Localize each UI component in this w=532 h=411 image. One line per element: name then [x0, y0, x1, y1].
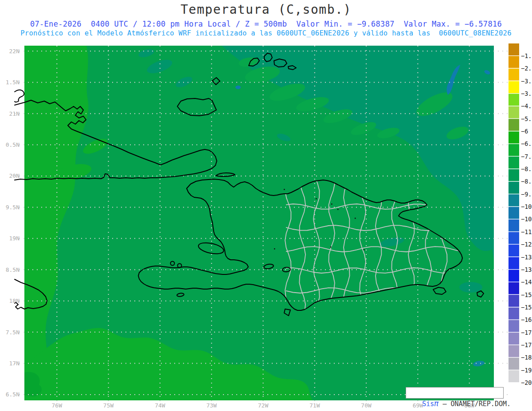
colorbar-label: −6.7	[521, 140, 532, 147]
colorbar-label: −12.3	[521, 241, 532, 248]
colorbar-cell	[509, 219, 519, 231]
colorbar-label: −9.5	[521, 191, 532, 198]
colorbar-cell	[509, 320, 519, 332]
colorbar-cell	[509, 169, 519, 181]
branding-organization: – ONAMET/REP.DOM.	[438, 400, 511, 408]
colorbar-label: −3.9	[521, 90, 532, 97]
colorbar-cell	[509, 345, 519, 357]
colorbar-cell	[509, 106, 519, 118]
colorbar-cell	[509, 182, 519, 194]
lat-tick-label: 7.5N	[6, 329, 20, 336]
colorbar-cell	[509, 144, 519, 156]
lat-tick-label: 22N	[9, 48, 20, 55]
branding-box: Sisπ – ONAMET/REP.DOM.	[406, 387, 504, 399]
colorbar-label: −11.6	[521, 228, 532, 235]
map-plot: 22N1.5N21N0.5N20N9.5N19N8.5N18N7.5N17N6.…	[0, 0, 532, 411]
lon-tick-label: 76W	[52, 402, 63, 409]
cuba-north-cay	[15, 90, 24, 102]
colorbar-label: −6	[521, 128, 528, 135]
colorbar-label: −2.5	[521, 65, 532, 72]
colorbar-cell	[509, 333, 519, 344]
lat-tick-label: 19N	[9, 235, 20, 242]
lon-tick-label: 73W	[206, 402, 217, 409]
colorbar-cell	[509, 232, 519, 244]
colorbar-label: −17.9	[521, 341, 532, 348]
colorbar-label: −13	[521, 254, 532, 261]
colorbar-label: −14.4	[521, 278, 532, 286]
colorbar-cell	[509, 56, 519, 68]
lat-tick-label: 8.5N	[6, 266, 20, 273]
colorbar-label: −8.1	[521, 165, 532, 172]
colorbar-cell	[509, 270, 519, 282]
colorbar-label: −15.1	[521, 291, 532, 298]
lon-tick-label: 75W	[103, 402, 114, 409]
colorbar-label: −3.2	[521, 78, 532, 85]
weather-map-figure: Temperatura (C,somb.) 07-Ene-2026 0400 U…	[0, 0, 532, 411]
colorbar-cell	[509, 370, 519, 382]
colorbar-cell	[509, 295, 519, 307]
branding-sispi: Sisπ	[422, 400, 438, 408]
colorbar-cell	[509, 307, 519, 319]
colorbar-label: −10.9	[521, 215, 532, 223]
lat-tick-label: 1.5N	[6, 79, 20, 86]
lon-tick-label: 72W	[258, 402, 269, 409]
lon-tick-label: 70W	[361, 402, 372, 409]
cold-blue-patch	[235, 86, 241, 89]
colorbar-label: −13.7	[521, 266, 532, 273]
lat-tick-label: 9.5N	[6, 204, 20, 211]
colorbar-cell	[509, 119, 519, 131]
lat-tick-label: 17N	[9, 360, 20, 367]
colorbar-label: −1.8	[521, 52, 532, 59]
temperature-shading	[24, 46, 494, 400]
colorbar-label: −8.8	[521, 178, 532, 185]
colorbar-cell	[509, 257, 519, 269]
colorbar-label: −18.6	[521, 354, 532, 361]
colorbar-label: −17.2	[521, 329, 532, 336]
colorbar-cell	[509, 207, 519, 219]
colorbar-label: −10.2	[521, 203, 532, 210]
lat-tick-label: 21N	[9, 110, 20, 117]
colorbar-cell	[509, 245, 519, 257]
lat-tick-label: 0.5N	[6, 141, 20, 148]
colorbar-cell	[509, 81, 519, 93]
colorbar-cell	[509, 383, 519, 395]
colorbar-label: −16.5	[521, 316, 532, 323]
lat-tick-label: 18N	[9, 297, 20, 304]
colorbar-cell	[509, 69, 519, 81]
colorbar-label: −4.6	[521, 102, 532, 110]
colorbar-cell	[509, 194, 519, 206]
branding-system-name: Sis	[422, 400, 434, 408]
lat-tick-label: 6.5N	[6, 391, 20, 398]
colorbar-cell	[509, 132, 519, 144]
colorbar-label: −20	[521, 379, 532, 386]
lon-tick-label: 71W	[309, 402, 320, 409]
colorbar-cell	[509, 282, 519, 294]
teal-patch	[459, 282, 482, 293]
colorbar-cell	[509, 157, 519, 168]
lon-tick-label: 74W	[155, 402, 165, 409]
colorbar: −1.8−2.5−3.2−3.9−4.6−5.3−6−6.7−7.4−8.1−8…	[509, 43, 532, 395]
colorbar-label: −7.4	[521, 153, 532, 160]
colorbar-cell	[509, 358, 519, 370]
colorbar-cell	[509, 43, 519, 55]
colorbar-label: −15.8	[521, 304, 532, 311]
lat-tick-label: 20N	[9, 172, 20, 179]
colorbar-label: −19.3	[521, 367, 532, 374]
colorbar-label: −5.3	[521, 115, 532, 122]
pi-symbol: π	[434, 399, 438, 408]
colorbar-cell	[509, 94, 519, 106]
